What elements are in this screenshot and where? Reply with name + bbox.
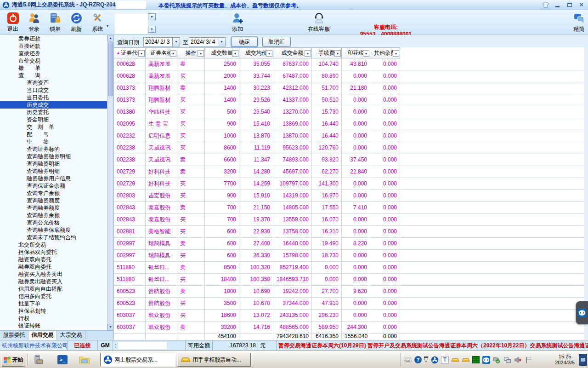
column-filter-dropdown[interactable]: ▼ <box>266 50 272 57</box>
taskbar-window-auto-trader[interactable]: 用手掌柜股票自动... <box>177 353 251 367</box>
volume-muted-icon[interactable] <box>514 356 522 364</box>
date-to-dropdown[interactable]: ▼ <box>218 38 225 46</box>
table-row[interactable]: 001373翔腾新材卖140030.22342312.00051.70021.1… <box>114 82 584 94</box>
sidebar-item[interactable]: 担保品划转 <box>0 307 107 315</box>
column-filter-dropdown[interactable]: ▼ <box>232 50 238 57</box>
sidebar-item[interactable]: 查询公允价格 <box>0 219 107 226</box>
column-filter-dropdown[interactable]: ▼ <box>305 50 311 57</box>
login-button[interactable]: 登录 <box>24 12 44 34</box>
table-row[interactable]: 002881美格智能买60022.93013758.00016.3100.000… <box>114 226 584 238</box>
sidebar-item[interactable]: 查询融券余额 <box>0 212 107 219</box>
tray-grid-icon[interactable] <box>472 356 480 363</box>
start-button[interactable]: 开始 <box>1 353 25 367</box>
column-header[interactable]: ▲证券代码▼ <box>114 47 146 58</box>
scrollbar-thumb[interactable] <box>108 42 113 96</box>
sidebar-item[interactable]: 融券双向委托 <box>0 263 107 270</box>
sidebar-item[interactable]: 直接还款 <box>0 42 107 50</box>
refresh-button[interactable]: 刷新 <box>66 12 86 34</box>
column-filter-dropdown[interactable]: ▼ <box>363 50 369 57</box>
table-row[interactable]: 002997瑞鹄模具买60026.33015798.00018.7300.000… <box>114 250 584 262</box>
column-header[interactable]: 成交金额▼ <box>273 47 312 58</box>
column-header[interactable]: 成交均价▼ <box>239 47 273 58</box>
date-to-picker[interactable]: 2024/ 3/ 4 ▼ <box>189 37 226 46</box>
sidebar-item[interactable]: 融券卖出融资买入 <box>0 278 107 285</box>
table-row[interactable]: 001373翔腾新材买140029.52641337.00050.5100.00… <box>114 94 584 106</box>
add-button[interactable]: 添加 <box>227 12 248 34</box>
table-row[interactable]: 002232启明信息买100013.87013870.00016.4400.00… <box>114 130 584 142</box>
table-row[interactable]: 600523贵航股份卖180010.69019242.00027.7009.62… <box>114 286 584 298</box>
table-row[interactable]: 002238天威视讯卖660011.34774893.00093.82037.4… <box>114 154 584 166</box>
date-from-dropdown[interactable]: ▼ <box>172 38 180 46</box>
table-row[interactable]: 511880银华日...买18400100.3581846593.7100.00… <box>114 274 584 286</box>
tray-gold-bar-icon[interactable] <box>451 356 459 364</box>
date-from-picker[interactable]: 2024/ 2/ 3 ▼ <box>143 37 180 46</box>
column-header[interactable]: 其他杂费▼ <box>370 47 400 58</box>
sidebar-item[interactable]: 撤 单 <box>0 64 107 72</box>
sidebar-item[interactable]: 查询融资融券明细 <box>0 153 107 160</box>
table-row[interactable]: 002095生 意 宝买90015.41013869.00016.4400.00… <box>114 118 584 130</box>
usb-safely-remove-icon[interactable] <box>492 356 501 364</box>
simplify-button[interactable]: 精简 <box>569 12 588 34</box>
table-row[interactable]: 511880银华日...卖8500100.320852719.4000.0000… <box>114 262 584 274</box>
column-filter-dropdown[interactable]: ▼ <box>393 50 399 57</box>
sidebar-item[interactable]: 信用多向委托 <box>0 293 107 300</box>
help-icon[interactable]: ? <box>414 356 422 363</box>
sidebar-item[interactable]: 批量下单 <box>0 300 107 307</box>
computer-shortcut-icon[interactable] <box>33 354 44 365</box>
flag-icon[interactable] <box>524 356 532 364</box>
tray-haitong-icon[interactable] <box>430 356 439 364</box>
column-header[interactable]: 成交数量▼ <box>205 47 239 58</box>
column-filter-dropdown[interactable]: ▼ <box>170 50 176 57</box>
sidebar-scrollbar[interactable]: ▲ ▼ <box>107 35 113 330</box>
sidebar-item[interactable]: 市价交易 <box>0 57 107 64</box>
tray-expand-button[interactable]: ▼ <box>424 356 428 363</box>
sidebar-item[interactable]: 行权 <box>0 315 107 322</box>
sidebar-item[interactable]: 查询融券额度 <box>0 204 107 212</box>
restore-button[interactable] <box>565 1 573 8</box>
sidebar-item[interactable]: 当日委托 <box>0 94 107 101</box>
table-row[interactable]: 002843泰嘉股份买70019.37013559.00016.0700.000… <box>114 214 584 226</box>
sidebar-item[interactable]: 历史成交 <box>0 101 107 109</box>
lock-screen-button[interactable]: 锁屏 <box>45 12 65 34</box>
skin-button[interactable] <box>542 1 549 8</box>
table-row[interactable]: 000628高新发展卖250035.05587637.000104.74043.… <box>114 58 584 70</box>
network-icon[interactable] <box>503 356 511 364</box>
column-filter-dropdown[interactable]: ▼ <box>334 50 341 57</box>
sidebar-item[interactable]: 北交所交易 <box>0 241 107 248</box>
tray-clock[interactable]: 15:25 2024/3/5 <box>555 354 577 366</box>
tray-gold-bar-icon[interactable] <box>462 356 470 364</box>
table-row[interactable]: 001380华纬科技买50026.54013270.00015.7300.000… <box>114 106 584 118</box>
column-filter-dropdown[interactable]: ▼ <box>198 50 204 57</box>
sidebar-item[interactable]: 融资双向委托 <box>0 256 107 263</box>
folder-shortcut-icon[interactable] <box>79 354 90 365</box>
system-button[interactable]: 系统 <box>87 12 107 34</box>
sidebar-item[interactable]: 历史委托 <box>0 109 107 116</box>
table-row[interactable]: 002997瑞鹄模具卖60027.40016440.00019.4908.220… <box>114 238 584 250</box>
sidebar-item[interactable]: 信用双向自由搭配 <box>0 285 107 293</box>
table-row[interactable]: 603037凯众股份买1860013.072243135.000296.2300… <box>114 310 584 322</box>
tray-app-icon[interactable]: T <box>441 356 449 364</box>
sidebar-item[interactable]: 配 号 <box>0 131 107 138</box>
account-combo-dropdown[interactable]: ▼ <box>148 26 156 33</box>
account-combo-dropdown[interactable]: ▼ <box>148 13 156 20</box>
keyboard-layout-icon[interactable] <box>404 356 412 364</box>
sidebar-item[interactable]: 查询融资明细 <box>0 160 107 167</box>
table-row[interactable]: 000628高新发展买200033.74467487.00080.8900.00… <box>114 70 584 82</box>
column-header[interactable]: 证券名称▼ <box>146 47 177 58</box>
cancel-summary-button[interactable]: 取消汇总 <box>262 37 291 47</box>
online-service-button[interactable]: 在线客服 <box>307 12 331 34</box>
sidebar-item[interactable]: 查询证券标的 <box>0 145 107 153</box>
sidebar-item[interactable]: 查询融资额度 <box>0 197 107 204</box>
taskbar-window-trading-app[interactable]: 网上股票交易系... <box>100 353 175 367</box>
sidebar-item[interactable]: 查询融券保底额度 <box>0 226 107 234</box>
sidebar-item[interactable]: 直接还券 <box>0 50 107 57</box>
sidebar-item[interactable]: 融资买入融券卖出 <box>0 270 107 278</box>
sidebar-item[interactable]: 查询专户余额 <box>0 190 107 197</box>
sidebar-item[interactable]: 查询融券明细 <box>0 167 107 175</box>
tray-teamviewer-icon[interactable] <box>482 356 490 364</box>
column-header[interactable]: 操作▼ <box>177 47 205 58</box>
tab-stock-trading[interactable]: 股票委托 <box>0 331 28 340</box>
minimize-button[interactable] <box>554 1 561 8</box>
confirm-button[interactable]: 确定 <box>231 37 258 47</box>
teamviewer-edge-widget[interactable] <box>576 301 588 324</box>
